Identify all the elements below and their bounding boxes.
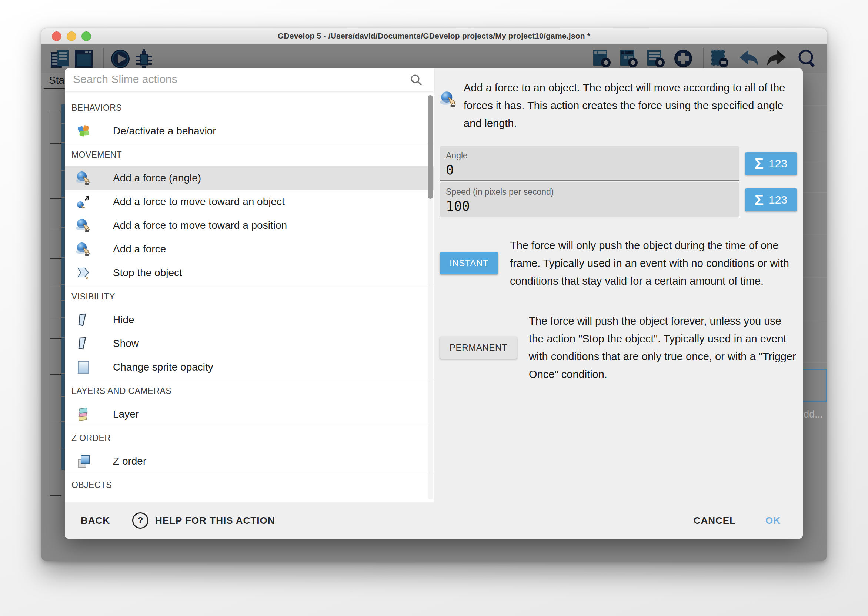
event-tree-rung — [50, 228, 61, 228]
list-item-stop-object[interactable]: Stop the object — [65, 261, 434, 285]
search-bar — [65, 69, 434, 91]
help-icon: ? — [132, 512, 148, 529]
back-button[interactable]: BACK — [81, 515, 110, 526]
event-tree-rung — [50, 198, 61, 199]
event-tree-rung — [50, 258, 61, 259]
speed-expression-button[interactable]: Σ 123 — [745, 189, 797, 211]
list-item-label: Add a force to move toward an object — [113, 196, 285, 208]
action-list-panel: BEHAVIORS De/activate a behavior MOVEMEN… — [65, 69, 434, 502]
list-item-hide[interactable]: Hide — [65, 308, 434, 332]
section-header-behaviors: BEHAVIORS — [65, 96, 434, 119]
angle-expression-button[interactable]: Σ 123 — [745, 152, 797, 175]
instant-button[interactable]: INSTANT — [440, 252, 498, 274]
section-header-movement: MOVEMENT — [65, 143, 434, 166]
list-item-label: Layer — [113, 408, 139, 420]
list-item-change-sprite-opacity[interactable]: Change sprite opacity — [65, 355, 434, 379]
event-tree-rung — [50, 143, 61, 144]
background-row-line — [803, 320, 827, 320]
list-item-add-force-angle[interactable]: Add a force (angle) — [65, 166, 434, 190]
ok-button[interactable]: OK — [766, 515, 781, 526]
force-icon — [76, 242, 91, 256]
list-item-label: De/activate a behavior — [113, 125, 216, 137]
instant-description: The force will only push the object duri… — [510, 237, 797, 290]
list-item-deactivate-behavior[interactable]: De/activate a behavior — [65, 119, 434, 143]
action-detail-panel: Add a force to an object. The object wil… — [434, 69, 803, 502]
help-button[interactable]: ? HELP FOR THIS ACTION — [132, 512, 275, 529]
window-title: GDevelop 5 - /Users/david/Documents/GDev… — [41, 28, 827, 44]
list-item-z-order[interactable]: Z order — [65, 449, 434, 473]
z-order-icon — [76, 454, 91, 469]
list-item-partial[interactable] — [65, 497, 434, 502]
search-input[interactable] — [72, 69, 399, 90]
speed-field[interactable]: Speed (in pixels per second) 100 — [440, 182, 739, 217]
background-row-line — [803, 105, 827, 105]
expression-123-label: 123 — [769, 193, 787, 206]
force-icon — [440, 91, 457, 108]
list-scrollbar-thumb[interactable] — [428, 95, 433, 199]
section-header-visibility: VISIBILITY — [65, 285, 434, 308]
event-tree-rung — [50, 338, 61, 339]
section-header-objects: OBJECTS — [65, 473, 434, 497]
list-item-label: Add a force to move toward a position — [113, 220, 287, 231]
list-item-label: Stop the object — [113, 267, 182, 279]
background-row-line — [803, 133, 827, 133]
cancel-button[interactable]: CANCEL — [693, 515, 736, 526]
angle-field[interactable]: Angle 0 — [440, 146, 739, 181]
force-icon — [76, 218, 91, 233]
event-tree-line — [50, 111, 50, 496]
search-icon — [410, 74, 423, 88]
partial-icon — [76, 501, 91, 502]
background-row-line — [803, 235, 827, 235]
action-list: BEHAVIORS De/activate a behavior MOVEMEN… — [65, 91, 434, 502]
event-tree-rung — [50, 495, 61, 496]
dialog-footer: BACK ? HELP FOR THIS ACTION CANCEL OK — [65, 502, 803, 539]
action-dialog: BEHAVIORS De/activate a behavior MOVEMEN… — [65, 69, 803, 539]
list-item-label: Add a force — [113, 243, 166, 255]
behavior-icon — [76, 124, 91, 138]
event-tree-rung — [50, 374, 61, 375]
list-item-label: Hide — [113, 314, 134, 326]
list-item-layer[interactable]: Layer — [65, 402, 434, 426]
sigma-icon: Σ — [755, 193, 764, 207]
force-toward-object-icon — [76, 194, 91, 209]
list-item-show[interactable]: Show — [65, 332, 434, 355]
background-row-line — [803, 362, 827, 363]
list-item-label: Change sprite opacity — [113, 361, 213, 373]
stop-object-icon — [76, 266, 91, 280]
list-item-add-force[interactable]: Add a force — [65, 237, 434, 261]
section-header-layers-cameras: LAYERS AND CAMERAS — [65, 379, 434, 402]
speed-field-value[interactable]: 100 — [446, 198, 733, 214]
titlebar: GDevelop 5 - /Users/david/Documents/GDev… — [41, 28, 827, 44]
permanent-description: The force will push the object forever, … — [529, 312, 797, 383]
opacity-icon — [76, 360, 91, 375]
list-item-add-force-toward-position[interactable]: Add a force to move toward a position — [65, 214, 434, 237]
list-item-label: Add a force (angle) — [113, 172, 201, 184]
action-description: Add a force to an object. The object wil… — [464, 79, 797, 132]
event-tree-rung — [50, 111, 61, 112]
permanent-button[interactable]: PERMANENT — [440, 336, 517, 359]
angle-field-label: Angle — [446, 151, 733, 161]
hide-icon — [76, 313, 91, 327]
event-tree-rung — [50, 317, 61, 318]
sigma-icon: Σ — [755, 156, 764, 171]
background-row-line — [803, 277, 827, 278]
help-button-label: HELP FOR THIS ACTION — [155, 515, 275, 526]
event-tree-rung — [50, 285, 61, 285]
background-row-line — [803, 192, 827, 193]
section-header-z-order: Z ORDER — [65, 426, 434, 449]
angle-field-value[interactable]: 0 — [446, 162, 733, 177]
speed-field-label: Speed (in pixels per second) — [446, 187, 733, 197]
window-content: Sta — [41, 44, 827, 561]
show-icon — [76, 336, 91, 351]
event-tree-rung — [50, 422, 61, 423]
list-item-label: Z order — [113, 455, 146, 467]
expression-123-label: 123 — [769, 157, 787, 170]
layer-icon — [76, 407, 91, 422]
force-icon — [76, 171, 91, 185]
list-item-add-force-toward-object[interactable]: Add a force to move toward an object — [65, 190, 434, 214]
background-truncated-text: dd... — [804, 409, 823, 420]
app-window: GDevelop 5 - /Users/david/Documents/GDev… — [41, 28, 827, 561]
background-row-line — [803, 162, 827, 163]
list-item-label: Show — [113, 338, 139, 349]
